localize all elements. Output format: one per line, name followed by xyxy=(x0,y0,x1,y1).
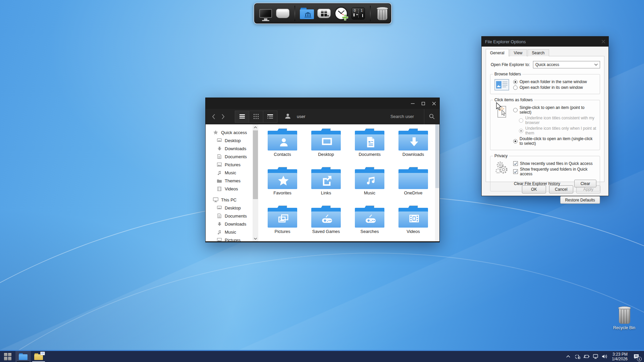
sidebar-item-videos[interactable]: Videos xyxy=(206,185,258,193)
dialog-title: File Explorer Options xyxy=(485,39,526,44)
sidebar-item-label: Pictures xyxy=(225,238,240,242)
search-input[interactable]: Search user xyxy=(390,114,414,119)
view-toggle-group xyxy=(235,111,277,123)
folder-item-desktop[interactable]: Desktop xyxy=(304,128,348,167)
folder-item-saved-games[interactable]: Saved Games xyxy=(304,205,348,241)
folder-icon xyxy=(268,205,297,228)
battery-icon[interactable] xyxy=(583,354,589,360)
binary-game-icon[interactable]: 01 xyxy=(351,6,366,21)
sidebar-item-documents-pc[interactable]: Documents xyxy=(206,212,258,220)
computer-icon[interactable] xyxy=(258,6,273,21)
document-emblem-icon xyxy=(365,136,375,148)
checkbox-recent-files[interactable]: Show recently used files in Quick access xyxy=(513,161,596,166)
sidebar-item-this-pc[interactable]: This PC xyxy=(206,196,258,204)
folder-item-links[interactable]: Links xyxy=(304,167,348,205)
recycle-bin-icon[interactable]: Recycle Bin xyxy=(608,305,640,330)
files-folder-icon[interactable] xyxy=(300,6,314,21)
meet-now-icon[interactable] xyxy=(574,354,580,360)
address-location[interactable]: user xyxy=(297,114,305,119)
radio-icon xyxy=(513,139,518,143)
folder-item-music[interactable]: Music xyxy=(348,167,391,205)
windows-drive-icon[interactable] xyxy=(317,6,331,21)
folder-item-pictures[interactable]: Pictures xyxy=(261,205,304,241)
folder-item-favorites[interactable]: Favorites xyxy=(261,167,304,205)
sidebar-item-music[interactable]: Music xyxy=(206,169,258,177)
action-center-icon[interactable]: 1 xyxy=(632,353,641,360)
radio-double-click[interactable]: Double-click to open an item (single-cli… xyxy=(513,136,596,146)
radio-icon xyxy=(519,118,523,123)
sidebar-scrollbar[interactable] xyxy=(253,124,258,241)
sidebar-item-documents[interactable]: Documents xyxy=(206,153,258,161)
folder-icon xyxy=(311,205,341,228)
tab-view[interactable]: View xyxy=(509,49,527,56)
back-icon[interactable] xyxy=(210,113,217,120)
close-icon[interactable] xyxy=(429,98,439,109)
sidebar-item-pictures-pc[interactable]: Pictures xyxy=(206,236,258,241)
content-scrollbar[interactable] xyxy=(435,124,439,241)
sidebar-item-quick-access[interactable]: Quick access xyxy=(206,128,258,136)
folder-item-videos[interactable]: Videos xyxy=(391,205,435,241)
folder-item-searches[interactable]: Searches xyxy=(348,205,391,241)
start-icon[interactable] xyxy=(0,351,15,362)
tab-search[interactable]: Search xyxy=(528,49,549,56)
sidebar-item-downloads[interactable]: Downloads xyxy=(206,144,258,153)
clear-button[interactable]: Clear xyxy=(574,180,596,187)
general-tab-panel: Open File Explorer to: Quick access Brow… xyxy=(486,56,604,182)
scrollbar-thumb[interactable] xyxy=(253,130,258,199)
minimize-icon[interactable] xyxy=(407,98,418,109)
checkbox-frequent-folders[interactable]: Show frequently used folders in Quick ac… xyxy=(513,167,596,176)
music-icon xyxy=(217,170,222,175)
sidebar-item-pictures[interactable]: Pictures xyxy=(206,161,258,169)
radio-single-click[interactable]: Single-click to open an item (point to s… xyxy=(513,105,596,115)
folder-item-contacts[interactable]: Contacts xyxy=(261,128,304,167)
hidden-icons-chevron[interactable] xyxy=(565,354,571,360)
list-view-icon[interactable] xyxy=(235,111,249,123)
search-icon[interactable] xyxy=(424,109,439,124)
browse-folders-group: Browse folders Open each folde xyxy=(490,72,600,94)
sidebar-item-label: Themes xyxy=(225,178,240,183)
taskbar-app-file-explorer[interactable] xyxy=(15,351,31,362)
sidebar-item-music-pc[interactable]: Music xyxy=(206,228,258,236)
sidebar-item-downloads-pc[interactable]: Downloads xyxy=(206,220,258,228)
trash-icon[interactable] xyxy=(375,6,390,21)
grid-view-icon[interactable] xyxy=(249,111,263,123)
drive-icon[interactable] xyxy=(275,6,290,21)
downloads-icon xyxy=(217,146,222,151)
sidebar-item-label: Documents xyxy=(225,154,247,159)
folder-item-onedrive[interactable]: OneDrive xyxy=(391,167,435,205)
user-icon xyxy=(285,113,291,120)
sidebar-item-desktop-pc[interactable]: Desktop xyxy=(206,204,258,212)
privacy-legend: Privacy xyxy=(493,154,509,158)
close-icon[interactable] xyxy=(602,39,605,44)
sidebar-item-desktop[interactable]: Desktop xyxy=(206,136,258,144)
folder-item-documents[interactable]: Documents xyxy=(348,128,391,167)
sidebar-item-themes[interactable]: Themes xyxy=(206,177,258,185)
network-icon[interactable] xyxy=(592,354,598,360)
restore-defaults-button[interactable]: Restore Defaults xyxy=(560,196,600,204)
dialog-titlebar[interactable]: File Explorer Options xyxy=(482,37,608,47)
volume-icon[interactable] xyxy=(601,354,607,360)
monitor-emblem-icon xyxy=(321,136,333,146)
details-view-icon[interactable] xyxy=(263,111,277,123)
tab-general[interactable]: General xyxy=(486,49,509,56)
radio-own-window[interactable]: Open each folder in its own window xyxy=(513,85,596,90)
taskbar-clock[interactable]: 3:23 PM 1/4/2026 xyxy=(612,352,628,361)
forward-icon[interactable] xyxy=(220,113,226,120)
folder-label: Documents xyxy=(359,152,381,157)
dock-divider xyxy=(294,6,295,21)
radio-same-window[interactable]: Open each folder in the same window xyxy=(513,79,596,84)
scroll-up-icon[interactable] xyxy=(253,124,258,130)
taskbar-app-file-explorer-options[interactable] xyxy=(31,351,46,362)
film-emblem-icon xyxy=(409,214,420,224)
folder-item-downloads[interactable]: Downloads xyxy=(391,128,435,167)
radio-label: Single-click to open an item (point to s… xyxy=(520,105,596,115)
new-clock-icon[interactable] xyxy=(334,6,348,21)
maximize-icon[interactable] xyxy=(418,98,429,109)
radio-icon xyxy=(513,85,518,90)
explorer-titlebar[interactable] xyxy=(206,98,439,109)
notification-badge: 1 xyxy=(637,357,642,361)
scroll-down-icon[interactable] xyxy=(253,236,258,241)
desktop-icon xyxy=(217,138,222,143)
scrollbar-thumb[interactable] xyxy=(435,124,439,188)
open-to-select[interactable]: Quick access xyxy=(533,61,600,68)
